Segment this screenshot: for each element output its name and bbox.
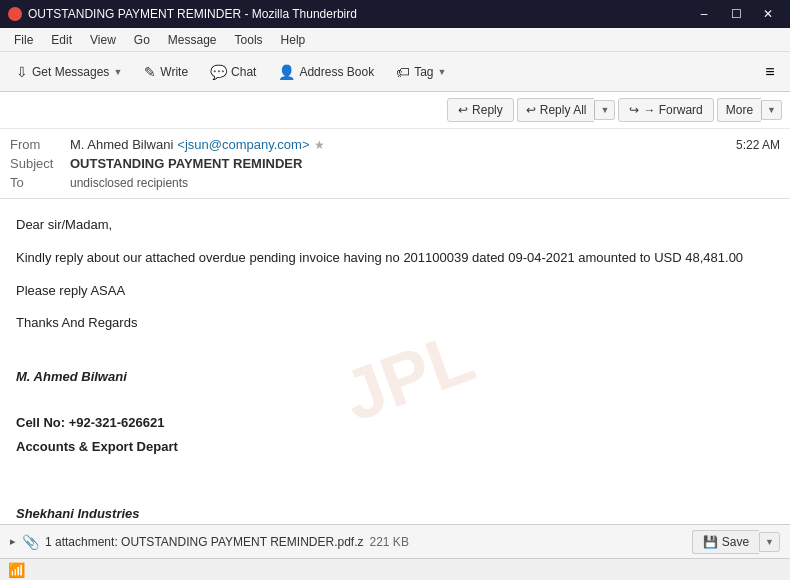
title-bar: OUTSTANDING PAYMENT REMINDER - Mozilla T…: [0, 0, 790, 28]
close-button[interactable]: ✕: [754, 4, 782, 24]
status-wifi-icon: 📶: [8, 562, 25, 578]
menu-go[interactable]: Go: [126, 31, 158, 49]
from-email[interactable]: <jsun@company.com>: [177, 137, 309, 152]
write-button[interactable]: ✎ Write: [134, 60, 198, 84]
menu-view[interactable]: View: [82, 31, 124, 49]
reply-all-button[interactable]: ↩ Reply All: [517, 98, 595, 122]
subject-label: Subject: [10, 156, 70, 171]
attachment-expand-icon[interactable]: ▸: [10, 535, 16, 548]
more-dropdown[interactable]: ▼: [761, 100, 782, 120]
body-line1: Kindly reply about our attached overdue …: [16, 248, 774, 269]
get-messages-button[interactable]: ⇩ Get Messages ▼: [6, 60, 132, 84]
reply-all-button-group: ↩ Reply All ▼: [517, 98, 616, 122]
body-line2: Please reply ASAA: [16, 281, 774, 302]
main-content: ↩ Reply ↩ Reply All ▼ ↪ → Forward Mor: [0, 92, 790, 580]
chat-button[interactable]: 💬 Chat: [200, 60, 266, 84]
email-body-container[interactable]: JPL Dear sir/Madam, Kindly reply about o…: [0, 199, 790, 524]
attachment-bar: ▸ 📎 1 attachment: OUTSTANDING PAYMENT RE…: [0, 524, 790, 558]
address-book-button[interactable]: 👤 Address Book: [268, 60, 384, 84]
minimize-button[interactable]: –: [690, 4, 718, 24]
menu-bar: File Edit View Go Message Tools Help: [0, 28, 790, 52]
sig-name: M. Ahmed Bilwani: [16, 367, 774, 388]
tag-icon: 🏷: [396, 64, 410, 80]
body-wrapper: JPL Dear sir/Madam, Kindly reply about o…: [0, 199, 790, 524]
attachment-filename[interactable]: 1 attachment: OUTSTANDING PAYMENT REMIND…: [45, 535, 364, 549]
menu-file[interactable]: File: [6, 31, 41, 49]
star-icon[interactable]: ★: [314, 138, 325, 152]
get-messages-arrow[interactable]: ▼: [113, 67, 122, 77]
save-button[interactable]: 💾 Save: [692, 530, 759, 554]
to-value: undisclosed recipients: [70, 176, 188, 190]
timestamp: 5:22 AM: [736, 138, 780, 152]
address-book-icon: 👤: [278, 64, 295, 80]
sig-company: Shekhani Industries: [16, 504, 774, 524]
reply-button[interactable]: ↩ Reply: [447, 98, 514, 122]
sig-dept: Accounts & Export Depart: [16, 437, 774, 458]
window-controls[interactable]: – ☐ ✕: [690, 4, 782, 24]
from-name: M. Ahmed Bilwani: [70, 137, 173, 152]
from-label: From: [10, 137, 70, 152]
save-button-group: 💾 Save ▼: [692, 530, 780, 554]
sig-cell: Cell No: +92-321-626621: [16, 413, 774, 434]
email-header: ↩ Reply ↩ Reply All ▼ ↪ → Forward Mor: [0, 92, 790, 199]
window-title: OUTSTANDING PAYMENT REMINDER - Mozilla T…: [28, 7, 357, 21]
attachment-size: 221 KB: [370, 535, 409, 549]
app-icon: [8, 7, 22, 21]
forward-icon: ↪: [629, 103, 639, 117]
menu-help[interactable]: Help: [273, 31, 314, 49]
reply-all-icon: ↩: [526, 103, 536, 117]
menu-tools[interactable]: Tools: [227, 31, 271, 49]
menu-edit[interactable]: Edit: [43, 31, 80, 49]
email-fields: From M. Ahmed Bilwani <jsun@company.com>…: [0, 129, 790, 198]
attachment-paperclip-icon: 📎: [22, 534, 39, 550]
maximize-button[interactable]: ☐: [722, 4, 750, 24]
subject-value: OUTSTANDING PAYMENT REMINDER: [70, 156, 302, 171]
menu-message[interactable]: Message: [160, 31, 225, 49]
forward-button[interactable]: ↪ → Forward: [618, 98, 713, 122]
toolbar: ⇩ Get Messages ▼ ✎ Write 💬 Chat 👤 Addres…: [0, 52, 790, 92]
write-icon: ✎: [144, 64, 156, 80]
email-view: ↩ Reply ↩ Reply All ▼ ↪ → Forward Mor: [0, 92, 790, 580]
to-row: To undisclosed recipients: [10, 173, 780, 192]
body-line3: Thanks And Regards: [16, 313, 774, 334]
reply-all-dropdown[interactable]: ▼: [594, 100, 615, 120]
reply-icon: ↩: [458, 103, 468, 117]
email-action-bar: ↩ Reply ↩ Reply All ▼ ↪ → Forward Mor: [0, 92, 790, 129]
email-body: Dear sir/Madam, Kindly reply about our a…: [16, 215, 774, 524]
title-bar-left: OUTSTANDING PAYMENT REMINDER - Mozilla T…: [8, 7, 357, 21]
save-dropdown[interactable]: ▼: [759, 532, 780, 552]
tag-arrow[interactable]: ▼: [438, 67, 447, 77]
hamburger-menu-button[interactable]: ≡: [756, 58, 784, 86]
greeting: Dear sir/Madam,: [16, 215, 774, 236]
save-icon: 💾: [703, 535, 718, 549]
from-row: From M. Ahmed Bilwani <jsun@company.com>…: [10, 135, 780, 154]
chat-icon: 💬: [210, 64, 227, 80]
get-messages-icon: ⇩: [16, 64, 28, 80]
status-bar: 📶: [0, 558, 790, 580]
to-label: To: [10, 175, 70, 190]
more-button-group: More ▼: [717, 98, 782, 122]
tag-button[interactable]: 🏷 Tag ▼: [386, 60, 456, 84]
subject-row: Subject OUTSTANDING PAYMENT REMINDER: [10, 154, 780, 173]
more-button[interactable]: More: [717, 98, 761, 122]
